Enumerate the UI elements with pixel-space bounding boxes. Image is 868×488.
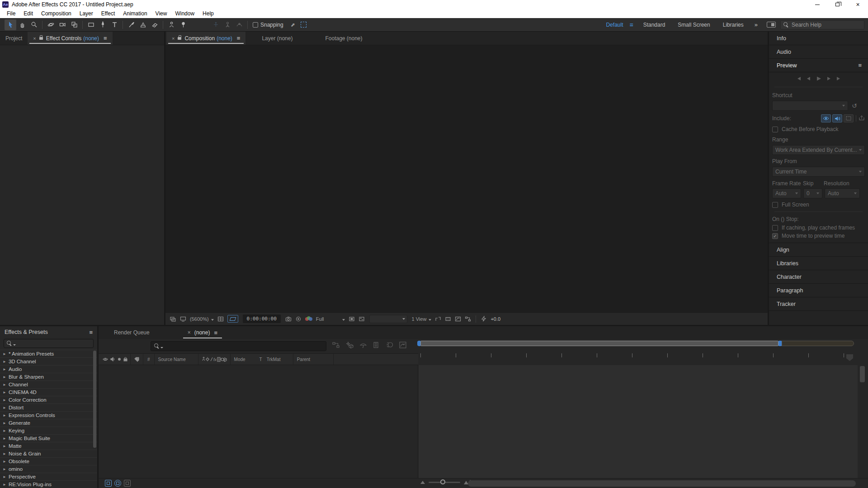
list-item[interactable]: ►Channel	[0, 380, 97, 388]
list-item[interactable]: ►Keying	[0, 427, 97, 434]
panel-menu-icon[interactable]: ≡	[89, 329, 93, 336]
time-ruler-ticks[interactable]	[420, 353, 856, 357]
label-column-icon[interactable]	[131, 354, 143, 365]
exposure-value[interactable]: +0.0	[491, 316, 500, 322]
always-preview-icon[interactable]	[170, 316, 176, 322]
draft-3d-icon[interactable]	[346, 342, 354, 350]
brush-tool[interactable]	[125, 19, 137, 30]
expander-icon[interactable]: ►	[3, 383, 6, 387]
zoom-slider[interactable]	[429, 482, 460, 483]
resolution-dropdown[interactable]: Full	[316, 316, 345, 322]
list-item[interactable]: ►Color Correction	[0, 396, 97, 404]
expand-transfer-controls-icon[interactable]	[114, 480, 121, 487]
expander-icon[interactable]: ►	[3, 406, 6, 410]
timeline-search-input[interactable]	[151, 341, 326, 351]
panel-header-paragraph[interactable]: Paragraph	[769, 284, 868, 297]
menu-help[interactable]: Help	[198, 9, 218, 18]
list-item[interactable]: ►RE:Vision Plug-ins	[0, 480, 97, 488]
menu-layer[interactable]: Layer	[75, 9, 97, 18]
zoom-tool[interactable]	[28, 19, 40, 30]
share-view-icon[interactable]	[435, 316, 441, 322]
play-button[interactable]	[816, 76, 821, 82]
camera-tool[interactable]	[57, 19, 68, 30]
panel-menu-icon[interactable]: ≡	[858, 62, 862, 69]
audio-column-icon[interactable]	[108, 354, 115, 365]
search-help-box[interactable]: Search Help	[780, 20, 864, 29]
menu-composition[interactable]: Composition	[37, 9, 75, 18]
list-item[interactable]: ►Matte	[0, 442, 97, 450]
mode-column-header[interactable]: Mode	[231, 354, 257, 365]
tab-timeline-none[interactable]: × (none) ≡	[182, 326, 223, 339]
expander-icon[interactable]: ►	[3, 360, 6, 364]
menu-animation[interactable]: Animation	[119, 9, 151, 18]
list-item[interactable]: ►3D Channel	[0, 357, 97, 365]
panel-menu-icon[interactable]: ≡	[237, 35, 241, 42]
expander-icon[interactable]: ►	[3, 467, 6, 471]
list-item[interactable]: ►* Animation Presets	[0, 350, 97, 357]
expander-icon[interactable]: ►	[3, 436, 6, 441]
skip-dropdown[interactable]: 0	[803, 188, 822, 198]
list-item[interactable]: ►Obsolete	[0, 457, 97, 465]
last-frame-button[interactable]	[836, 76, 842, 82]
cache-before-playback-checkbox[interactable]	[772, 127, 778, 132]
expander-icon[interactable]: ►	[3, 483, 6, 487]
menu-view[interactable]: View	[151, 9, 171, 18]
close-tab-icon[interactable]: ×	[172, 36, 175, 41]
lock-column-icon[interactable]	[121, 354, 130, 365]
close-tab-icon[interactable]: ×	[188, 329, 191, 336]
expander-icon[interactable]: ►	[3, 429, 6, 433]
timeline-horizontal-scrollbar[interactable]	[468, 480, 856, 487]
tab-layer[interactable]: Layer (none)	[256, 32, 298, 45]
list-item[interactable]: ►Expression Controls	[0, 411, 97, 419]
workspace-default[interactable]: Default	[606, 22, 623, 28]
roto-brush-tool[interactable]	[165, 19, 177, 30]
play-from-dropdown[interactable]: Current Time	[772, 167, 865, 177]
expander-icon[interactable]: ►	[3, 367, 6, 371]
switches-column-icons[interactable]: fx	[198, 354, 230, 365]
panel-menu-icon[interactable]: ≡	[104, 35, 107, 42]
show-channels-icon[interactable]	[305, 316, 312, 322]
list-item[interactable]: ►Audio	[0, 365, 97, 373]
fast-previews-icon[interactable]	[481, 316, 487, 322]
snapping-checkbox[interactable]	[253, 22, 258, 28]
effects-scrollbar[interactable]	[93, 350, 96, 485]
include-audio-button[interactable]	[832, 114, 842, 122]
work-area-end-marker[interactable]	[778, 341, 782, 346]
effects-search-input[interactable]	[4, 339, 94, 348]
grid-guides-icon[interactable]	[217, 316, 224, 322]
tab-composition[interactable]: × Composition (none) ≡	[166, 32, 245, 45]
snap-dashed-box-icon[interactable]	[301, 22, 307, 28]
playhead-marker[interactable]	[417, 341, 420, 346]
tab-project[interactable]: Project	[0, 32, 28, 45]
resolution-preview-dropdown[interactable]: Auto	[825, 188, 860, 198]
expander-icon[interactable]: ►	[3, 421, 6, 425]
panel-header-preview[interactable]: Preview ≡	[769, 59, 868, 72]
panel-header-libraries[interactable]: Libraries	[769, 257, 868, 270]
trkmat-column-header[interactable]: TrkMat	[265, 354, 293, 365]
expander-icon[interactable]: ►	[3, 460, 6, 464]
minimize-button[interactable]	[807, 0, 827, 9]
flowchart-icon[interactable]	[465, 316, 471, 322]
rectangle-tool[interactable]	[85, 19, 97, 30]
preserve-transparency-column-header[interactable]: T	[257, 354, 265, 365]
list-item[interactable]: ►Blur & Sharpen	[0, 373, 97, 380]
zoom-out-icon[interactable]	[420, 481, 425, 484]
export-icon[interactable]	[859, 115, 865, 122]
list-item[interactable]: ►omino	[0, 465, 97, 473]
expander-icon[interactable]: ►	[3, 475, 6, 479]
expander-icon[interactable]: ►	[3, 444, 6, 448]
list-item[interactable]: ►Generate	[0, 419, 97, 427]
panel-header-tracker[interactable]: Tracker	[769, 297, 868, 311]
graph-editor-icon[interactable]	[399, 342, 406, 350]
transparency-grid-icon[interactable]	[359, 316, 365, 322]
parent-column-header[interactable]: Parent	[293, 354, 333, 365]
workspace-libraries[interactable]: Libraries	[723, 22, 744, 28]
previous-frame-button[interactable]	[806, 76, 812, 82]
panel-menu-icon[interactable]: ≡	[214, 329, 217, 336]
snapshot-icon[interactable]	[285, 316, 292, 322]
hand-tool[interactable]	[16, 19, 28, 30]
first-frame-button[interactable]	[795, 76, 802, 82]
timeline-vertical-scrollbar[interactable]	[859, 366, 865, 477]
magnification-dropdown[interactable]: (5600%)	[190, 316, 214, 322]
panel-header-audio[interactable]: Audio	[769, 45, 868, 59]
